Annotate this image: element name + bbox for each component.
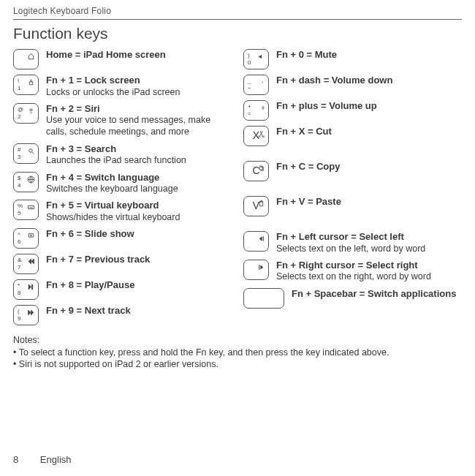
function-key-entry: )0Fn + 0 = Mute [243, 49, 462, 69]
function-key-entry: Home = iPad Home screen [13, 49, 232, 69]
paste-icon [257, 200, 265, 209]
function-key-entry: Fn + Left cursor = Select leftSelects te… [243, 231, 462, 254]
keyboard-icon [27, 203, 35, 213]
entry-text: Fn + V = Paste [276, 196, 341, 208]
entry-title: Fn + 7 = Previous track [46, 254, 150, 265]
entry-title: Fn + 3 = Search [46, 143, 186, 155]
entry-text: Fn + 8 = Play/Pause [46, 279, 134, 291]
function-key-columns: Home = iPad Home screen!1Fn + 1 = Lock s… [13, 49, 462, 330]
selleft-icon [257, 235, 265, 244]
entry-desc: Selects text on the right, word by word [276, 271, 431, 283]
function-key-entry: (9Fn + 9 = Next track [13, 305, 232, 325]
selright-icon [257, 263, 265, 273]
keycap: X [243, 126, 269, 146]
entry-text: Fn + 5 = Virtual keyboardShows/hides the… [46, 200, 180, 223]
playpause-icon [27, 283, 35, 292]
entry-title: Fn + 2 = Siri [46, 103, 232, 115]
keycap: ^6 [13, 228, 39, 249]
entry-text: Fn + 4 = Switch languageSwitches the key… [46, 172, 178, 195]
function-key-entry: VFn + V = Paste [243, 196, 462, 216]
entry-desc: Selects text on the left, word by word [276, 243, 425, 255]
entry-title: Fn + C = Copy [276, 161, 340, 173]
keycap: !1 [13, 75, 39, 95]
copy-icon [257, 165, 265, 174]
note-item: Siri is not supported on iPad 2 or earli… [13, 359, 462, 371]
entry-title: Fn + 0 = Mute [276, 49, 337, 61]
function-key-entry: %5Fn + 5 = Virtual keyboardShows/hides t… [13, 200, 232, 223]
entry-desc: Locks or unlocks the iPad screen [46, 87, 180, 99]
function-key-entry: _−Fn + dash = Volume down [243, 75, 462, 95]
entry-text: Fn + Spacebar = Switch applications [292, 288, 456, 300]
divider [13, 19, 462, 20]
keycap [243, 288, 284, 309]
keycap: (9 [13, 305, 39, 325]
entry-text: Fn + 9 = Next track [46, 305, 131, 317]
notes-section: Notes: To select a function key, press a… [13, 335, 462, 370]
entry-text: Fn + 3 = SearchLaunches the iPad search … [46, 143, 186, 167]
entry-text: Fn + plus = Volume up [276, 100, 377, 112]
keycap: C [243, 161, 269, 181]
mute-icon [257, 53, 265, 62]
voldown-icon [257, 78, 265, 88]
page-title: Function keys [13, 24, 462, 43]
entry-title: Fn + Spacebar = Switch applications [292, 288, 456, 300]
entry-title: Fn + dash = Volume down [276, 75, 392, 86]
note-item: To select a function key, press and hold… [13, 347, 462, 359]
keycap: V [243, 196, 269, 216]
function-key-entry: *8Fn + 8 = Play/Pause [13, 279, 232, 300]
function-key-entry: +=Fn + plus = Volume up [243, 100, 462, 121]
keycap: @2 [13, 103, 39, 124]
keycap: &7 [13, 254, 39, 274]
entry-text: Home = iPad Home screen [46, 49, 166, 61]
function-key-entry: $4Fn + 4 = Switch languageSwitches the k… [13, 172, 232, 195]
function-key-entry: ^6Fn + 6 = Slide show [13, 228, 232, 249]
keycap [243, 231, 269, 252]
entry-title: Fn + 8 = Play/Pause [46, 279, 134, 291]
function-key-entry: &7Fn + 7 = Previous track [13, 254, 232, 274]
entry-title: Fn + 6 = Slide show [46, 228, 134, 240]
notes-label: Notes: [13, 335, 462, 347]
entry-text: Fn + dash = Volume down [276, 75, 392, 86]
entry-text: Fn + 2 = SiriUse your voice to send mess… [46, 103, 232, 138]
function-key-entry: #3Fn + 3 = SearchLaunches the iPad searc… [13, 143, 232, 167]
next-icon [27, 309, 35, 318]
entry-text: Fn + X = Cut [276, 126, 332, 137]
function-key-entry: @2Fn + 2 = SiriUse your voice to send me… [13, 103, 232, 138]
keycap [13, 49, 39, 69]
function-key-entry: !1Fn + 1 = Lock screenLocks or unlocks t… [13, 75, 232, 98]
entry-text: Fn + 6 = Slide show [46, 228, 134, 240]
entry-desc: Switches the keyboard language [46, 184, 178, 195]
prev-icon [27, 257, 35, 267]
entry-title: Fn + 4 = Switch language [46, 172, 178, 184]
footer-language: English [40, 454, 72, 465]
function-key-entry: CFn + C = Copy [243, 161, 462, 181]
entry-desc: Launches the iPad search function [46, 155, 186, 167]
home-icon [27, 53, 35, 62]
slideshow-icon [27, 232, 35, 241]
left-column: Home = iPad Home screen!1Fn + 1 = Lock s… [13, 49, 232, 330]
entry-title: Fn + V = Paste [276, 196, 341, 208]
entry-title: Fn + 5 = Virtual keyboard [46, 200, 180, 211]
search-icon [27, 147, 35, 156]
entry-title: Fn + 1 = Lock screen [46, 75, 180, 86]
product-name: Logitech Keyboard Folio [13, 6, 462, 17]
page-number: 8 [13, 454, 18, 465]
function-key-entry: Fn + Spacebar = Switch applications [243, 288, 462, 309]
entry-title: Fn + Right cursor = Select right [276, 260, 431, 271]
globe-icon [27, 175, 35, 185]
entry-title: Fn + plus = Volume up [276, 100, 377, 112]
keycap: *8 [13, 279, 39, 300]
lock-icon [27, 78, 35, 88]
siri-icon [27, 107, 35, 116]
entry-desc: Shows/hides the virtual keyboard [46, 212, 180, 224]
notes-list: To select a function key, press and hold… [13, 347, 462, 370]
function-key-entry: Fn + Right cursor = Select rightSelects … [243, 260, 462, 283]
entry-desc: Use your voice to send messages, make ca… [46, 115, 232, 137]
function-key-entry: XFn + X = Cut [243, 126, 462, 146]
entry-text: Fn + 1 = Lock screenLocks or unlocks the… [46, 75, 180, 98]
entry-text: Fn + 7 = Previous track [46, 254, 150, 265]
entry-text: Fn + Left cursor = Select leftSelects te… [276, 231, 425, 254]
entry-text: Fn + 0 = Mute [276, 49, 337, 61]
entry-title: Home = iPad Home screen [46, 49, 166, 61]
keycap: _− [243, 75, 269, 95]
